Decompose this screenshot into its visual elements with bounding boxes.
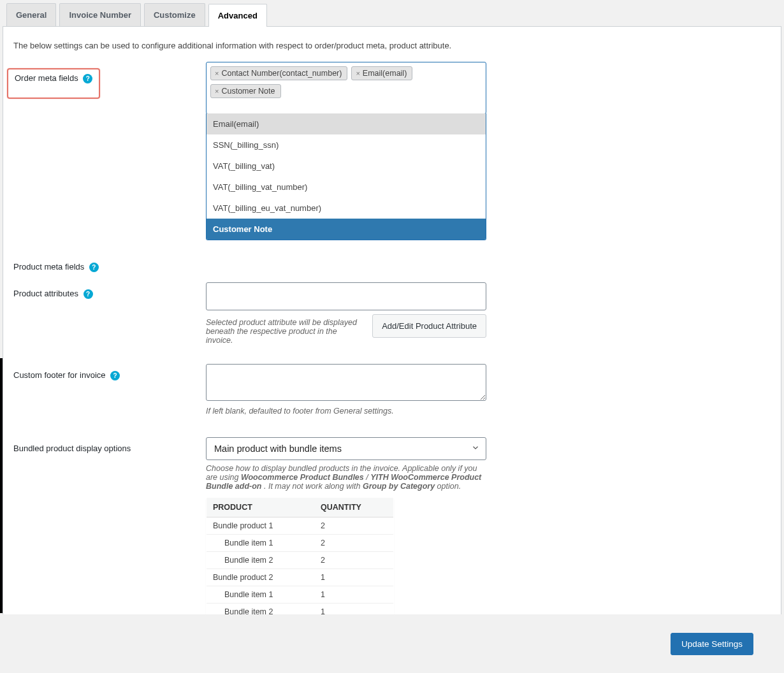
intro-text: The below settings can be used to config…: [3, 27, 781, 57]
cell-quantity: 1: [314, 569, 393, 586]
cell-quantity: 2: [314, 535, 393, 552]
product-meta-label: Product meta fields: [13, 262, 84, 271]
product-attributes-input[interactable]: [206, 282, 486, 310]
product-attributes-label: Product attributes: [13, 289, 78, 298]
remove-chip-icon[interactable]: ×: [215, 87, 219, 95]
remove-chip-icon[interactable]: ×: [356, 69, 359, 77]
help-icon[interactable]: ?: [83, 74, 92, 83]
custom-footer-textarea[interactable]: [206, 364, 486, 401]
selected-chip: ×Email(email): [351, 66, 412, 80]
help-icon[interactable]: ?: [110, 371, 120, 380]
cell-product: Bundle product 2: [207, 569, 315, 586]
table-header-quantity: QUANTITY: [314, 498, 393, 517]
custom-footer-hint: If left blank, defaulted to footer from …: [206, 407, 486, 416]
footer-bar: Update Settings: [0, 614, 784, 673]
remove-chip-icon[interactable]: ×: [215, 69, 219, 77]
chip-label: Contact Number(contact_number): [221, 69, 342, 78]
table-row: Bundle item 12: [207, 535, 394, 552]
selected-chip: ×Contact Number(contact_number): [210, 66, 347, 80]
cell-product: Bundle product 1: [207, 517, 315, 535]
cell-quantity: 1: [314, 586, 393, 604]
selected-chip: ×Customer Note: [210, 84, 281, 98]
custom-footer-label: Custom footer for invoice: [13, 370, 106, 380]
help-icon[interactable]: ?: [83, 289, 93, 299]
order-meta-label-highlight: Order meta fields ?: [7, 68, 100, 99]
tab-bar: General Invoice Number Customize Advance…: [3, 0, 781, 27]
help-icon[interactable]: ?: [89, 263, 99, 272]
table-row: Bundle product 12: [207, 517, 394, 535]
cell-quantity: 2: [314, 517, 393, 535]
table-row: Bundle item 22: [207, 552, 394, 569]
table-header-product: PRODUCT: [207, 498, 315, 517]
dropdown-option[interactable]: Email(email): [207, 113, 486, 134]
cell-product: Bundle item 1: [207, 586, 315, 604]
settings-card: The below settings can be used to config…: [3, 27, 781, 656]
cell-product: Bundle item 2: [207, 552, 315, 569]
bundle-hint: Choose how to display bundled products i…: [206, 464, 486, 491]
dropdown-option[interactable]: SSN(_billing_ssn): [207, 134, 486, 156]
cell-product: Bundle item 1: [207, 535, 315, 552]
order-meta-label: Order meta fields: [15, 73, 78, 83]
bundle-label: Bundled product display options: [13, 444, 131, 453]
chip-label: Email(email): [363, 69, 407, 78]
tab-advanced[interactable]: Advanced: [208, 4, 267, 27]
cell-quantity: 2: [314, 552, 393, 569]
bundle-display-select[interactable]: Main product with bundle items: [206, 437, 486, 460]
tab-invoice-number[interactable]: Invoice Number: [59, 3, 141, 26]
table-row: Bundle item 11: [207, 586, 394, 604]
add-edit-attribute-button[interactable]: Add/Edit Product Attribute: [372, 314, 486, 338]
product-attributes-hint: Selected product attribute will be displ…: [206, 318, 363, 345]
tab-customize[interactable]: Customize: [144, 3, 205, 26]
update-settings-button[interactable]: Update Settings: [671, 633, 753, 655]
order-meta-multiselect[interactable]: ×Contact Number(contact_number)×Email(em…: [206, 62, 486, 114]
chip-label: Customer Note: [221, 87, 275, 96]
tab-general[interactable]: General: [6, 3, 56, 26]
table-row: Bundle product 21: [207, 569, 394, 586]
